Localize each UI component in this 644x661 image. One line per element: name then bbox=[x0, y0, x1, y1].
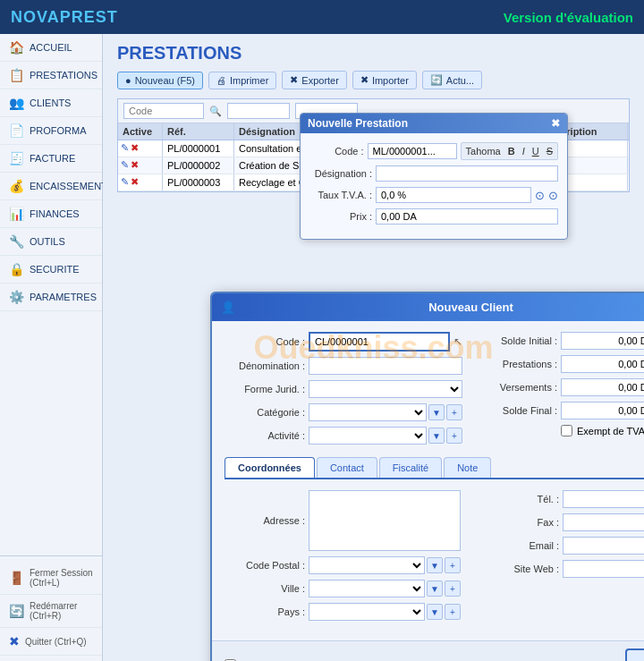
valider-button[interactable]: ✔ Valider bbox=[625, 648, 644, 661]
adresse-textarea[interactable] bbox=[309, 490, 461, 551]
logo-part1: NOVA bbox=[11, 8, 60, 26]
clients-icon: 👥 bbox=[9, 96, 24, 110]
activite-select[interactable] bbox=[309, 427, 427, 445]
exempt-tva-text: Exempt de TVA bbox=[577, 426, 644, 436]
client-code-row: Code : ↖ bbox=[225, 332, 462, 352]
print-icon: 🖨 bbox=[216, 75, 226, 86]
exempt-tva-label: Exempt de TVA bbox=[561, 425, 644, 436]
tel-row: Tél. : bbox=[479, 490, 644, 508]
sidebar-item-proforma[interactable]: 📄 PROFORMA bbox=[0, 117, 102, 145]
imprimer-label: Imprimer bbox=[230, 75, 268, 86]
email-row: Email : bbox=[479, 537, 644, 555]
sidebar-item-accueil[interactable]: 🏠 ACCUEIL bbox=[0, 34, 102, 62]
underline-btn[interactable]: U bbox=[530, 145, 542, 157]
sidebar-item-redemarrer[interactable]: 🔄 Redémarrer (Ctrl+R) bbox=[0, 595, 102, 628]
tab-contact[interactable]: Contact bbox=[317, 457, 377, 478]
code-postal-add-btn[interactable]: + bbox=[445, 557, 461, 573]
tab-coordonnees[interactable]: Coordonnées bbox=[225, 457, 315, 478]
row3-ref: PL/0000003 bbox=[163, 174, 234, 191]
strikethrough-btn[interactable]: S bbox=[544, 145, 555, 157]
exempt-tva-checkbox[interactable] bbox=[561, 425, 572, 436]
forme-jurid-select[interactable] bbox=[309, 380, 462, 398]
prestation-code-input[interactable] bbox=[368, 143, 457, 159]
col-active: Active bbox=[118, 123, 163, 140]
sidebar-item-fermer[interactable]: 🚪 Fermer Session (Ctrl+L) bbox=[0, 562, 102, 595]
dialog-prestation-close[interactable]: ✖ bbox=[551, 117, 560, 130]
versements-input[interactable] bbox=[561, 378, 644, 396]
sidebar-item-prestations[interactable]: 📋 PRESTATIONS bbox=[0, 62, 102, 89]
solde-initial-input[interactable] bbox=[561, 332, 644, 350]
edit-icon[interactable]: ✎ bbox=[121, 142, 129, 155]
pays-add-btn[interactable]: + bbox=[445, 604, 461, 620]
pays-down-btn[interactable]: ▼ bbox=[427, 604, 443, 620]
sidebar-item-quitter[interactable]: ✖ Quitter (Ctrl+Q) bbox=[0, 628, 102, 656]
filter-prix-input[interactable]: 0,00 DA bbox=[227, 103, 290, 119]
sidebar-item-securite[interactable]: 🔒 SECURITE bbox=[0, 256, 102, 284]
ville-select[interactable] bbox=[309, 580, 425, 597]
fax-row: Fax : bbox=[479, 513, 644, 531]
client-footer: Bloqué ✔ Valider bbox=[212, 640, 644, 661]
delete-icon[interactable]: ✖ bbox=[131, 159, 139, 172]
categorie-add-btn[interactable]: + bbox=[446, 404, 462, 420]
nouveau-button[interactable]: ● Nouveau (F5) bbox=[117, 72, 203, 89]
prestations-icon: 📋 bbox=[9, 68, 24, 82]
activite-add-btn[interactable]: + bbox=[446, 428, 462, 444]
activer-button[interactable]: 🔄 Actu... bbox=[422, 71, 482, 89]
code-postal-select[interactable] bbox=[309, 556, 425, 574]
categorie-select[interactable] bbox=[309, 403, 427, 421]
client-code-input[interactable] bbox=[309, 332, 450, 352]
edit-icon[interactable]: ✎ bbox=[121, 159, 129, 172]
fax-input[interactable] bbox=[563, 513, 644, 531]
adresse-label: Adresse : bbox=[225, 515, 305, 526]
delete-icon[interactable]: ✖ bbox=[131, 142, 139, 155]
bold-btn[interactable]: B bbox=[505, 145, 518, 157]
sidebar-label-proforma: PROFORMA bbox=[30, 125, 87, 136]
client-denomination-label: Dénomination : bbox=[225, 360, 305, 371]
prestation-designation-input[interactable] bbox=[376, 165, 558, 182]
sidebar-bottom: 🚪 Fermer Session (Ctrl+L) 🔄 Redémarrer (… bbox=[0, 555, 102, 661]
sidebar-label-quitter: Quitter (Ctrl+Q) bbox=[25, 637, 87, 647]
ville-add-btn[interactable]: + bbox=[445, 580, 461, 597]
categorie-down-btn[interactable]: ▼ bbox=[428, 404, 445, 420]
sidebar-item-parametres[interactable]: ⚙️ PARAMETRES bbox=[0, 284, 102, 311]
delete-icon[interactable]: ✖ bbox=[131, 176, 139, 189]
toolbar: ● Nouveau (F5) 🖨 Imprimer ✖ Exporter ✖ I… bbox=[103, 67, 644, 93]
exporter-button[interactable]: ✖ Exporter bbox=[282, 71, 347, 89]
imprimer-button[interactable]: 🖨 Imprimer bbox=[208, 72, 276, 89]
client-denomination-input[interactable] bbox=[309, 357, 462, 375]
site-web-input[interactable] bbox=[563, 560, 644, 578]
tva-radio2[interactable]: ⊙ bbox=[548, 189, 558, 202]
tva-radio1[interactable]: ⊙ bbox=[535, 189, 545, 202]
activite-down-btn[interactable]: ▼ bbox=[428, 428, 445, 444]
client-categorie-label: Catégorie : bbox=[225, 407, 305, 418]
edit-icon[interactable]: ✎ bbox=[121, 176, 129, 189]
filter-code-input[interactable] bbox=[123, 103, 204, 119]
sidebar-item-encaissement[interactable]: 💰 ENCAISSEMENT bbox=[0, 173, 102, 200]
prestations-input[interactable] bbox=[561, 355, 644, 373]
prestation-tva-input[interactable] bbox=[376, 187, 531, 203]
solde-final-input[interactable] bbox=[561, 402, 644, 419]
redemarrer-icon: 🔄 bbox=[9, 604, 24, 618]
ville-down-btn[interactable]: ▼ bbox=[427, 580, 443, 597]
sidebar-item-clients[interactable]: 👥 CLIENTS bbox=[0, 89, 102, 117]
prestation-prix-input[interactable] bbox=[376, 208, 558, 225]
pays-select[interactable] bbox=[309, 603, 425, 621]
tab-fiscalite[interactable]: Fiscalité bbox=[379, 457, 442, 478]
sidebar-item-outils[interactable]: 🔧 OUTILS bbox=[0, 228, 102, 256]
activite-select-group: ▼ + bbox=[309, 427, 462, 445]
importer-button[interactable]: ✖ Importer bbox=[352, 71, 417, 89]
sidebar-item-finances[interactable]: 📊 FINANCES bbox=[0, 200, 102, 228]
font-select[interactable]: Tahoma bbox=[463, 145, 504, 157]
exporter-label: Exporter bbox=[301, 75, 339, 86]
email-input[interactable] bbox=[563, 537, 644, 555]
code-postal-label: Code Postal : bbox=[225, 560, 305, 571]
importer-label: Importer bbox=[372, 75, 409, 86]
tel-input[interactable] bbox=[563, 490, 644, 508]
sidebar-item-facture[interactable]: 🧾 FACTURE bbox=[0, 145, 102, 173]
coord-grid: Adresse : Code Postal : ▼ + bbox=[225, 490, 644, 626]
italic-btn[interactable]: I bbox=[520, 145, 528, 157]
securite-icon: 🔒 bbox=[9, 262, 24, 276]
fax-label: Fax : bbox=[479, 517, 559, 528]
code-postal-down-btn[interactable]: ▼ bbox=[427, 557, 443, 573]
tab-note[interactable]: Note bbox=[444, 457, 491, 478]
